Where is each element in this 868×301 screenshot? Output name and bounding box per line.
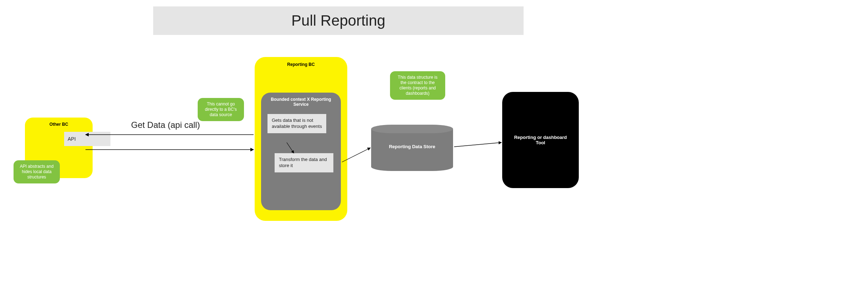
reporting-tool-label: Reporting or dashboard Tool bbox=[509, 135, 572, 145]
reporting-bc-label: Reporting BC bbox=[261, 62, 341, 67]
diagram-title: Pull Reporting bbox=[291, 12, 385, 29]
api-box: API bbox=[64, 132, 110, 146]
other-bc-label: Other BC bbox=[30, 122, 88, 127]
reporting-data-store: Reporting Data Store bbox=[371, 125, 453, 171]
reporting-bc-box: Reporting BC Bounded context X Reporting… bbox=[255, 57, 347, 221]
note-api-abstracts: API abstracts and hides local data struc… bbox=[14, 160, 60, 183]
arrow-to-reporting-tool bbox=[454, 142, 501, 147]
get-data-call-label: Get Data (api call) bbox=[131, 120, 200, 130]
step-transform: Transform the data and store it bbox=[275, 153, 333, 172]
note-cannot-go-direct: This cannot go directly to a BC's data s… bbox=[198, 98, 244, 121]
reporting-service-box: Bounded context X Reporting Service Gets… bbox=[261, 93, 341, 210]
title-banner: Pull Reporting bbox=[153, 6, 524, 35]
reporting-tool-box: Reporting or dashboard Tool bbox=[502, 92, 579, 188]
reporting-service-label: Bounded context X Reporting Service bbox=[266, 97, 336, 107]
step-gets-data: Gets data that is not available through … bbox=[267, 114, 326, 133]
note-data-contract: This data structure is the contract to t… bbox=[390, 71, 445, 100]
data-store-label: Reporting Data Store bbox=[371, 144, 453, 149]
